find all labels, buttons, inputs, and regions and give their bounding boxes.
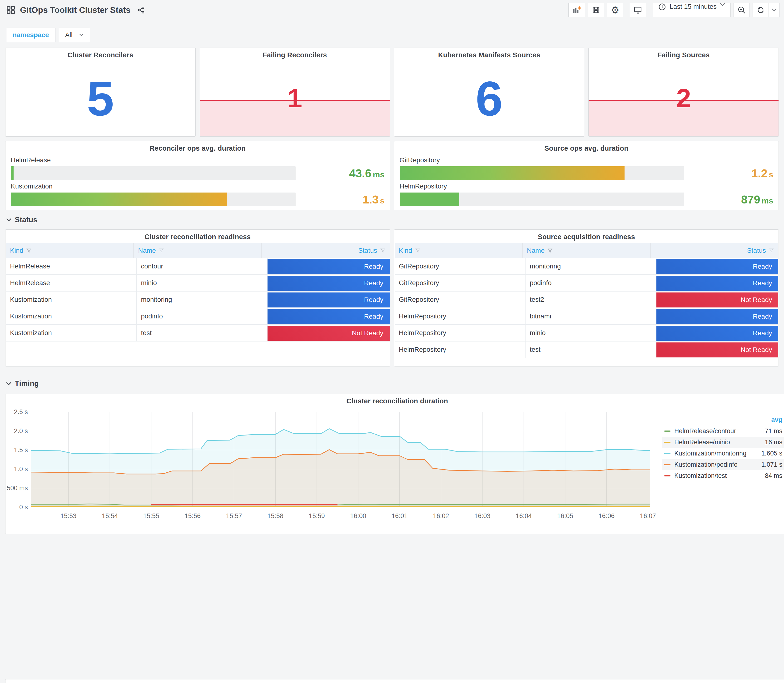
variable-namespace-select[interactable]: All (59, 27, 90, 42)
time-range-picker[interactable]: Last 15 minutes (653, 3, 731, 18)
legend-item[interactable]: HelmRelease/contour71 ms (662, 425, 784, 437)
gauge-line: 879ms (399, 192, 774, 206)
filter-funnel-icon[interactable] (380, 248, 385, 253)
status-badge: Ready (268, 276, 390, 291)
status-badge: Not Ready (656, 342, 778, 358)
kind-cell: HelmRelease (6, 258, 136, 274)
table-header-kind[interactable]: Kind (6, 243, 134, 258)
save-dashboard-button[interactable] (588, 3, 604, 18)
add-panel-button[interactable] (568, 3, 585, 18)
gauge-panels-row: Reconciler ops avg. durationHelmRelease4… (5, 141, 779, 210)
table-header-row: KindNameStatus (6, 243, 390, 258)
column-label: Status (358, 247, 377, 254)
filter-funnel-icon[interactable] (26, 248, 31, 253)
stat-panel: Failing Sources2 (588, 48, 779, 136)
x-axis-tick: 16:00 (350, 512, 366, 519)
legend-avg-header[interactable]: avg (662, 416, 784, 425)
legend-item[interactable]: HelmRelease/minio16 ms (662, 437, 784, 448)
gauge-value-unit: ms (373, 170, 385, 179)
legend-item[interactable]: Kustomization/monitoring1.605 s (662, 448, 784, 459)
stat-panel-title[interactable]: Cluster Reconcilers (5, 51, 196, 59)
kind-cell: GitRepository (394, 292, 526, 308)
refresh-dashboard-button[interactable] (753, 3, 768, 17)
status-cell: Ready (268, 275, 390, 291)
filter-funnel-icon[interactable] (769, 248, 774, 253)
filter-funnel-icon[interactable] (547, 248, 553, 253)
column-label: Kind (10, 247, 23, 254)
table-header-kind[interactable]: Kind (394, 243, 523, 258)
refresh-interval-picker[interactable] (768, 3, 779, 17)
status-badge: Ready (656, 326, 778, 341)
name-cell: monitoring (136, 292, 268, 308)
x-axis-tick: 15:54 (102, 512, 118, 519)
status-cell: Ready (268, 292, 390, 308)
gauge-label: HelmRepository (399, 183, 774, 190)
stat-panel: Kubernetes Manifests Sources6 (394, 48, 585, 136)
stat-panel-title[interactable]: Failing Reconcilers (200, 51, 390, 59)
kind-cell: GitRepository (394, 258, 526, 274)
table-panel: Source acquisition readinessKindNameStat… (394, 229, 779, 367)
gauge-value: 43.6ms (306, 167, 385, 180)
gauge-panel-title[interactable]: Source ops avg. duration (394, 144, 779, 152)
y-axis-tick: 0 s (19, 503, 28, 511)
legend-item[interactable]: Kustomization/podinfo1.071 s (662, 459, 784, 470)
kind-cell: HelmRelease (6, 275, 136, 291)
table-header-status[interactable]: Status (651, 243, 778, 258)
stat-panel-title[interactable]: Kubernetes Manifests Sources (394, 51, 584, 59)
name-cell: bitnami (526, 308, 656, 324)
kind-cell: GitRepository (394, 275, 526, 291)
gauge-value: 1.3s (306, 193, 385, 206)
stat-value: 6 (394, 74, 584, 123)
cycle-view-mode-button[interactable] (630, 3, 646, 18)
column-label: Status (747, 247, 766, 254)
gauge-value-number: 1.3 (363, 193, 379, 206)
kind-cell: Kustomization (6, 308, 136, 324)
legend-series-mark (664, 431, 670, 432)
dashboard-settings-button[interactable]: ⚙ (607, 3, 623, 18)
filter-funnel-icon[interactable] (415, 248, 420, 253)
gauge-track (399, 192, 685, 206)
share-icon[interactable] (137, 6, 145, 14)
table-panel-title[interactable]: Source acquisition readiness (394, 233, 779, 241)
y-axis-tick: 2.5 s (14, 408, 28, 415)
table-panel-title[interactable]: Cluster reconciliation readiness (5, 233, 390, 241)
stat-panel-title[interactable]: Failing Sources (588, 51, 779, 59)
apps-grid-icon[interactable] (6, 5, 15, 14)
x-axis-tick: 16:05 (557, 512, 573, 519)
gauge-value-number: 879 (741, 193, 760, 206)
variables-row: namespace All (6, 27, 90, 42)
table-header-row: KindNameStatus (394, 243, 779, 258)
x-axis-tick: 15:58 (267, 512, 284, 519)
status-badge: Ready (268, 292, 390, 308)
x-axis-tick: 15:56 (184, 512, 200, 519)
table-header-status[interactable]: Status (262, 243, 390, 258)
zoom-out-time-button[interactable] (734, 3, 750, 18)
legend-series-avg: 84 ms (765, 472, 782, 479)
gauge-panel-title[interactable]: Reconciler ops avg. duration (5, 144, 390, 152)
dashboard-header: GitOps Toolkit Cluster Stats ⚙ (0, 0, 784, 20)
gauge-value-unit: s (380, 196, 385, 205)
legend-series-mark (664, 475, 670, 476)
name-cell: test (526, 342, 656, 358)
section-timing-label: Timing (15, 379, 39, 388)
table-row: HelmReleasecontourReady (6, 258, 390, 275)
x-axis-tick: 15:55 (143, 512, 159, 519)
section-timing[interactable]: Timing (6, 379, 39, 388)
legend-series-avg: 1.071 s (761, 461, 782, 468)
gauge-value: 1.2s (695, 167, 773, 180)
filter-funnel-icon[interactable] (159, 248, 164, 253)
table-header-name[interactable]: Name (523, 243, 651, 258)
time-range-label: Last 15 minutes (670, 3, 717, 17)
stat-value: 2 (588, 85, 779, 112)
chart-panel-title[interactable]: Cluster reconciliation duration (5, 397, 784, 405)
x-axis-tick: 16:03 (475, 512, 491, 519)
chart-plot[interactable]: 0 s500 ms1.0 s1.5 s2.0 s2.5 s15:5315:541… (7, 407, 661, 529)
name-cell: minio (526, 325, 656, 341)
table-row: KustomizationmonitoringReady (6, 292, 390, 308)
gauge-row-helmrepository: HelmRepository879ms (399, 183, 774, 206)
legend-series-name: HelmRelease/minio (674, 439, 765, 446)
table-header-name[interactable]: Name (134, 243, 262, 258)
name-cell: podinfo (526, 275, 656, 291)
legend-item[interactable]: Kustomization/test84 ms (662, 470, 784, 481)
section-status[interactable]: Status (6, 216, 37, 224)
